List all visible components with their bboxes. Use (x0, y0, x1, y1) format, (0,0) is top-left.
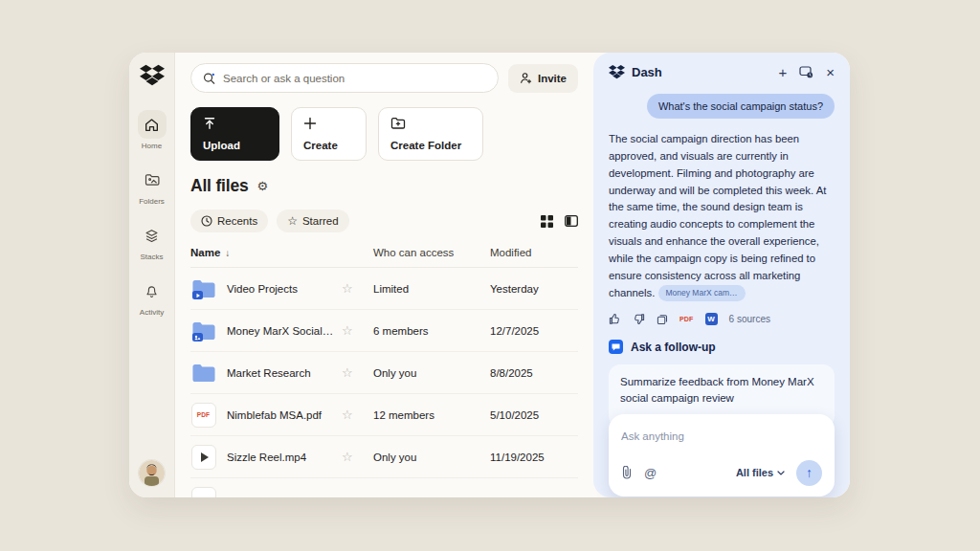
table-row[interactable]: Sizzle Reel.mp4 ☆ Only you 11/19/2025 (190, 436, 578, 478)
panel-view-icon[interactable] (565, 215, 578, 227)
thumbs-down-icon[interactable] (633, 313, 645, 325)
sidebar-item-stacks[interactable]: Stacks (129, 221, 174, 261)
ask-followup-label: Ask a follow-up (631, 341, 716, 354)
dash-panel: Dash + × What's the social campaign stat… (593, 53, 850, 497)
search-input[interactable] (223, 73, 486, 84)
source-citation-chip[interactable]: Money MarX cam… (658, 285, 746, 300)
file-name: Market Research (227, 367, 342, 379)
user-avatar[interactable] (139, 460, 165, 486)
file-list: Video Projects ☆ Limited Yesterday Money… (190, 268, 578, 497)
star-icon: ☆ (287, 215, 298, 227)
upload-label: Upload (203, 140, 240, 151)
file-name: Sizzle Reel.mp4 (227, 452, 342, 463)
file-name: Video Projects (227, 283, 342, 295)
table-row[interactable]: PDF Nimblefab MSA.pdf ☆ 12 members 5/10/… (190, 394, 578, 436)
dropbox-logo[interactable] (140, 64, 165, 87)
file-access: Only you (373, 452, 490, 463)
dash-dropbox-icon (609, 65, 625, 79)
main-content: Invite Upload Create Create Folder All f… (175, 53, 593, 497)
star-icon[interactable]: ☆ (342, 450, 373, 464)
star-icon[interactable]: ☆ (342, 408, 373, 422)
file-modified: 12/7/2025 (490, 325, 578, 337)
table-row-partial[interactable] (190, 478, 578, 497)
create-folder-label: Create Folder (390, 140, 461, 151)
thumbs-up-icon[interactable] (609, 313, 621, 325)
user-message-bubble: What's the social campaign status? (647, 94, 835, 119)
history-icon[interactable] (799, 66, 813, 78)
table-row[interactable]: Video Projects ☆ Limited Yesterday (190, 268, 578, 310)
close-icon[interactable]: × (826, 65, 835, 79)
search-bar[interactable] (190, 63, 499, 93)
starred-label: Starred (302, 215, 339, 227)
ai-response: The social campaign direction has been a… (609, 131, 835, 301)
chat-bubble-icon (609, 340, 623, 354)
table-row[interactable]: Money MarX Social… ☆ 6 members 12/7/2025 (190, 310, 578, 352)
app-window: Home Folders Stacks Activity (129, 53, 850, 497)
upload-icon (203, 117, 216, 130)
folder-video-icon (190, 276, 216, 301)
file-access: 12 members (373, 409, 490, 421)
sidebar-item-home[interactable]: Home (129, 110, 174, 150)
page-title: All files (190, 176, 248, 196)
create-folder-button[interactable]: Create Folder (378, 107, 483, 161)
source-word-icon[interactable]: W (705, 313, 718, 325)
file-access: 6 members (373, 325, 490, 337)
invite-person-icon (520, 72, 532, 84)
attachment-icon[interactable] (621, 466, 633, 479)
upload-button[interactable]: Upload (190, 107, 279, 161)
folder-shared-icon (190, 318, 216, 343)
sidebar-item-folders[interactable]: Folders (129, 165, 174, 206)
sidebar-item-label: Activity (140, 308, 164, 317)
video-file-icon (190, 444, 216, 470)
grid-view-icon[interactable] (541, 215, 553, 228)
new-chat-icon[interactable]: + (778, 65, 787, 79)
home-icon (145, 118, 159, 132)
scope-dropdown[interactable]: All files (736, 467, 785, 478)
mention-icon[interactable]: @ (644, 467, 657, 479)
source-pdf-icon[interactable]: PDF (679, 316, 694, 322)
ask-followup-button[interactable]: Ask a follow-up (609, 340, 835, 354)
column-access[interactable]: Who can access (373, 247, 490, 258)
file-access: Only you (373, 367, 490, 379)
sidebar-item-label: Folders (139, 197, 165, 206)
file-icon (190, 486, 216, 497)
pdf-file-icon: PDF (190, 402, 216, 428)
create-button[interactable]: Create (291, 107, 367, 161)
file-name: Money MarX Social… (227, 325, 342, 337)
file-access: Limited (373, 283, 490, 295)
column-name[interactable]: Name ↓ (190, 247, 342, 258)
invite-button[interactable]: Invite (508, 64, 578, 93)
file-modified: 5/10/2025 (490, 409, 578, 421)
gear-icon[interactable]: ⚙ (256, 180, 268, 192)
ask-anything-input[interactable] (621, 430, 822, 442)
file-name: Nimblefab MSA.pdf (227, 409, 342, 421)
column-modified[interactable]: Modified (490, 247, 578, 258)
send-button[interactable]: ↑ (796, 460, 822, 486)
search-icon (203, 72, 215, 85)
feedback-row: PDF W 6 sources (609, 313, 835, 325)
star-icon[interactable]: ☆ (342, 281, 373, 296)
dash-title: Dash (632, 65, 662, 79)
chevron-down-icon (777, 471, 785, 475)
create-folder-icon (390, 117, 406, 130)
invite-label: Invite (538, 73, 567, 84)
table-header: Name ↓ Who can access Modified (190, 247, 578, 268)
sidebar-item-activity[interactable]: Activity (129, 276, 174, 317)
starred-filter-chip[interactable]: ☆ Starred (277, 209, 348, 232)
sources-count[interactable]: 6 sources (729, 314, 770, 324)
create-label: Create (303, 140, 338, 151)
plus-icon (303, 117, 317, 130)
star-icon[interactable]: ☆ (342, 323, 373, 338)
file-modified: 8/8/2025 (490, 367, 578, 379)
copy-icon[interactable] (657, 314, 668, 325)
file-modified: 11/19/2025 (490, 452, 578, 463)
stacks-icon (145, 229, 159, 243)
star-icon[interactable]: ☆ (342, 365, 373, 380)
composer: @ All files ↑ (609, 414, 835, 496)
sidebar-item-label: Home (142, 142, 162, 150)
folder-icon (190, 360, 216, 386)
recents-label: Recents (217, 215, 257, 227)
table-row[interactable]: Market Research ☆ Only you 8/8/2025 (190, 352, 578, 394)
sidebar: Home Folders Stacks Activity (129, 53, 175, 497)
recents-filter-chip[interactable]: Recents (190, 209, 268, 232)
